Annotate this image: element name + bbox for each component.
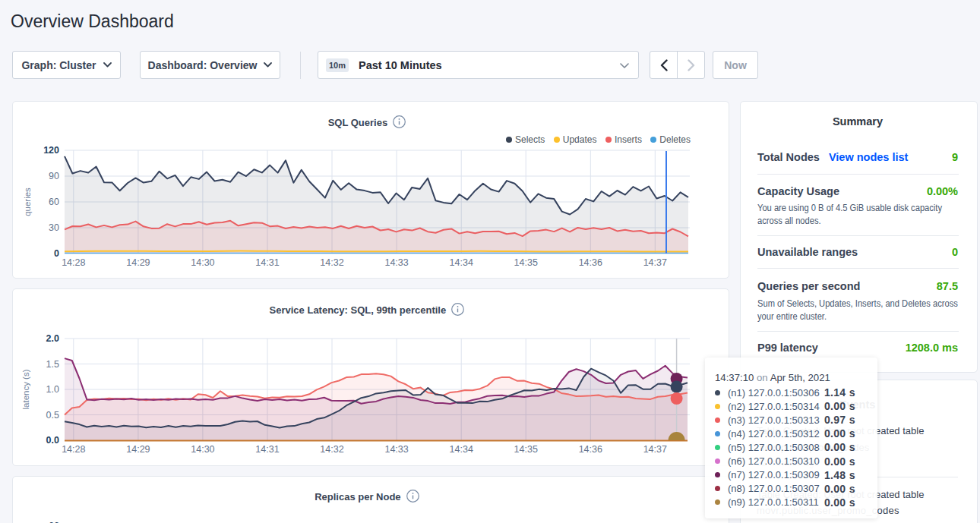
- svg-text:14:32: 14:32: [320, 257, 343, 268]
- svg-text:14:29: 14:29: [126, 257, 150, 268]
- svg-text:14:36: 14:36: [579, 257, 602, 268]
- svg-text:14:28: 14:28: [62, 444, 85, 455]
- svg-text:14:33: 14:33: [384, 444, 408, 455]
- svg-text:14:34: 14:34: [450, 444, 473, 455]
- svg-text:14:37: 14:37: [643, 444, 667, 455]
- svg-text:14:35: 14:35: [514, 444, 538, 455]
- svg-text:60: 60: [49, 197, 59, 207]
- svg-text:14:36: 14:36: [579, 444, 602, 455]
- svg-text:14:34: 14:34: [450, 257, 473, 268]
- svg-text:0.0: 0.0: [46, 435, 59, 446]
- svg-text:14:29: 14:29: [126, 444, 150, 455]
- svg-text:14:35: 14:35: [514, 257, 538, 268]
- svg-text:14:30: 14:30: [191, 444, 214, 455]
- svg-text:1.0: 1.0: [46, 384, 59, 395]
- svg-text:14:30: 14:30: [191, 257, 214, 268]
- svg-text:0.5: 0.5: [46, 410, 59, 421]
- svg-text:14:31: 14:31: [255, 257, 279, 268]
- svg-text:14:28: 14:28: [62, 257, 85, 268]
- svg-text:0: 0: [54, 248, 59, 259]
- svg-text:90: 90: [49, 171, 59, 181]
- svg-text:latency (s): latency (s): [21, 369, 30, 409]
- svg-text:120: 120: [43, 145, 59, 156]
- svg-text:14:32: 14:32: [320, 444, 343, 455]
- svg-text:30: 30: [49, 222, 59, 233]
- svg-text:1.5: 1.5: [46, 359, 59, 370]
- svg-text:14:33: 14:33: [384, 257, 408, 268]
- svg-text:14:31: 14:31: [255, 444, 279, 455]
- svg-text:14:37: 14:37: [643, 257, 667, 268]
- svg-text:queries: queries: [23, 187, 32, 216]
- svg-text:2.0: 2.0: [46, 333, 59, 344]
